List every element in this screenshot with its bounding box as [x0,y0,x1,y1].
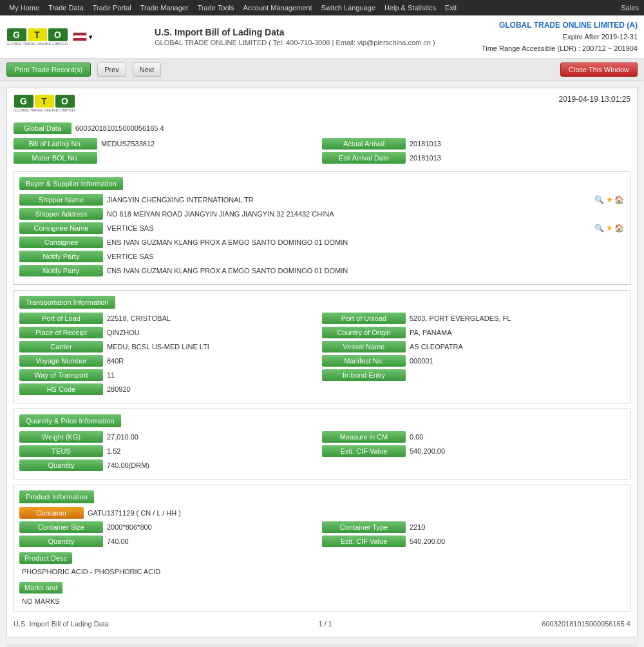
logo-g: G [7,28,26,41]
nav-tradetools[interactable]: Trade Tools [194,3,238,13]
country-origin-value: PA, PANAMA [410,329,625,336]
nav-switchlanguage[interactable]: Switch Language [317,3,379,13]
print-record-button-top[interactable]: Print Trade Record(s) [6,63,91,77]
shipper-name-row: Shipper Name JIANGYIN CHENGXING INTERNAT… [19,194,625,206]
action-bar-left: Print Trade Record(s) Prev Next [6,63,161,77]
cif-value: 540,200.00 [410,447,625,455]
hs-code-value: 280920 [107,385,625,393]
prev-button-top[interactable]: Prev [97,63,126,77]
shipper-star-icon[interactable]: ★ [606,195,613,204]
receipt-row: Place of Receipt QINZHOU Country of Orig… [19,327,625,338]
close-window-button-top[interactable]: Close This Window [560,63,638,77]
port-unload-label: Port of Unload [322,313,406,324]
transport-row: Way of Transport 11 In-bond Entry [19,369,625,381]
marks-header: Marks and [19,582,62,594]
teus-label: TEUS [19,445,103,457]
nav-exit[interactable]: Exit [441,3,460,13]
qp-quantity-label: Quantity [19,459,103,471]
nav-accountmanagement[interactable]: Account Management [240,3,316,13]
logo-o: O [48,28,68,41]
consignee-name-label: Consignee Name [19,222,103,234]
consignee-label: Consignee [19,237,103,248]
carrier-col: Carrier MEDU, BCSL US-MED LINE LTI [19,341,322,352]
nav-helpstatistics[interactable]: Help & Statistics [381,3,440,13]
container-size-value: 2000*806*800 [107,523,322,531]
transportation-header: Transportation Information [19,296,115,309]
global-data-label: Global Data [14,122,71,134]
shipper-address-value: NO 618 MEIYAN ROAD JIANGYIN JIANG JIANGY… [107,210,625,218]
receipt-col: Place of Receipt QINZHOU [19,327,322,338]
pi-cif-label: Esti. CIF Value [322,536,406,547]
card-logo: G T O GLOBAL TRADE ONLINE LIMITED [14,95,75,112]
mater-bol-label: Mater BOL No. [14,152,97,164]
top-nav-left: My Home Trade Data Trade Portal Trade Ma… [5,3,460,13]
next-button-top[interactable]: Next [133,63,162,77]
esti-arrival-label: Esti Arrival Date [322,152,406,164]
notify-party-value2: ENS IVAN GUZMAN KLANG PROX A EMGO SANTO … [107,267,625,275]
vessel-name-value: AS CLEOPATRA [410,343,625,351]
consignee-search-icon[interactable]: 🔍 [594,224,604,233]
manifest-label: Manifest No. [322,355,406,367]
container-value: GATU1371129 ( CN / L / HH ) [88,509,625,517]
container-size-row: Container Size 2000*806*800 Container Ty… [19,521,625,533]
header-subtitle: GLOBAL TRADE ONLINE LIMITED ( Tel: 400-7… [155,39,482,46]
transportation-section: Transportation Information Port of Load … [14,290,630,403]
actual-arrival-col: Actual Arrival 20181013 [322,138,630,150]
receipt-value: QINZHOU [107,329,322,336]
voyage-row: Voyage Number 840R Manifest No. 000001 [19,355,625,367]
hs-code-row: HS Code 280920 [19,383,625,395]
actual-arrival-value: 20181013 [410,140,630,148]
footer-recordid: 600320181015000056165 4 [542,620,630,628]
consignee-home-icon[interactable]: 🏠 [614,224,624,233]
measure-value: 0.00 [410,433,625,441]
card-header: G T O GLOBAL TRADE ONLINE LIMITED 2019-0… [14,95,630,116]
manifest-col: Manifest No. 000001 [322,355,625,367]
transport-value: 11 [107,371,322,379]
weight-col: Weight (KG) 27,010.00 [19,431,322,443]
product-info-header: Product Information [19,490,94,503]
consignee-name-value: VERTICE SAS [107,224,593,232]
consignee-star-icon[interactable]: ★ [606,224,613,233]
container-row: Container GATU1371129 ( CN / L / HH ) [19,507,625,519]
header-info: U.S. Import Bill of Lading Data GLOBAL T… [148,27,482,46]
nav-sales[interactable]: Sales [621,4,639,12]
card-logo-subtitle: GLOBAL TRADE ONLINE LIMITED [14,108,75,112]
shipper-address-row: Shipper Address NO 618 MEIYAN ROAD JIANG… [19,208,625,220]
weight-value: 27,010.00 [107,433,322,441]
shipper-home-icon[interactable]: 🏠 [614,195,624,204]
esti-arrival-col: Esti Arrival Date 20181013 [322,152,630,164]
port-load-row: Port of Load 22518, CRISTOBAL Port of Un… [19,313,625,324]
qp-quantity-row: Quantity 740.00(DRM) [19,459,625,471]
shipper-search-icon[interactable]: 🔍 [594,195,604,204]
voyage-value: 840R [107,357,322,365]
nav-tradeportal[interactable]: Trade Portal [89,3,135,13]
record-card: G T O GLOBAL TRADE ONLINE LIMITED 2019-0… [6,88,638,637]
manifest-value: 000001 [410,357,625,365]
bol-label: Bill of Lading No. [14,138,97,150]
inbond-col: In-bond Entry [322,369,625,381]
carrier-value: MEDU, BCSL US-MED LINE LTI [107,343,322,351]
nav-tradedata[interactable]: Trade Data [44,3,88,13]
time-range: Time Range Accessible (LDR) : 200712 ~ 2… [482,43,638,55]
voyage-col: Voyage Number 840R [19,355,322,367]
pi-quantity-value: 740.00 [107,537,322,545]
qp-quantity-value: 740.00(DRM) [107,461,625,469]
shipper-name-value: JIANGYIN CHENGXING INTERNATIONAL TR [107,196,593,204]
esti-arrival-value: 20181013 [410,154,630,162]
cif-label: Esti. CIF Value [322,445,406,457]
nav-trademanager[interactable]: Trade Manager [137,3,193,13]
header-right: GLOBAL TRADE ONLINE LIMITED (A) Expire A… [482,19,638,54]
top-navigation: My Home Trade Data Trade Portal Trade Ma… [0,0,644,15]
container-size-label: Container Size [19,521,103,533]
country-origin-label: Country of Origin [322,327,406,338]
mater-bol-row: Mater BOL No. Esti Arrival Date 20181013 [14,152,630,164]
nav-myhome[interactable]: My Home [5,3,43,13]
action-bar-top: Print Trade Record(s) Prev Next Close Th… [0,59,644,81]
container-type-label: Container Type [322,521,406,533]
measure-col: Measure in CM 0.00 [322,431,625,443]
company-name: GLOBAL TRADE ONLINE LIMITED (A) [482,19,638,32]
port-load-col: Port of Load 22518, CRISTOBAL [19,313,322,324]
notify-party-label1: Notify Party [19,251,103,262]
teus-value: 1.52 [107,447,322,455]
product-desc-header: Product Desc [19,552,72,564]
